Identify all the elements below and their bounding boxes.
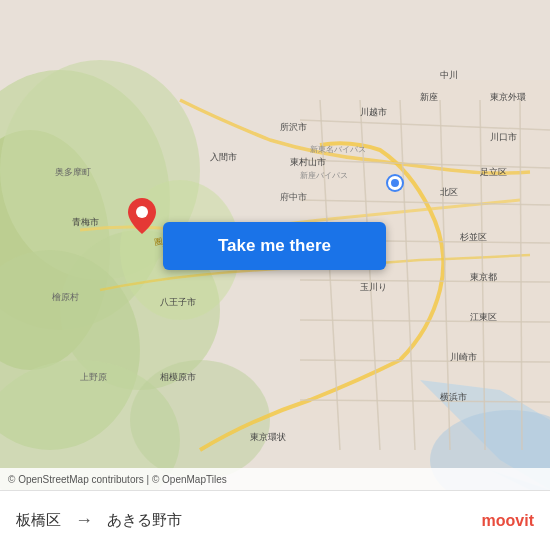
attribution-text: © OpenStreetMap contributors | © OpenMap… — [8, 474, 227, 485]
svg-text:所沢市: 所沢市 — [280, 122, 307, 132]
map-container: 奥多摩町 青梅市 檜原村 上野原 相模原市 入間市 所沢市 東村山市 府中市 調… — [0, 0, 550, 490]
svg-text:新東名バイパス: 新東名バイパス — [310, 145, 366, 154]
svg-text:新座: 新座 — [420, 92, 438, 102]
svg-text:玉川り: 玉川り — [360, 282, 387, 292]
svg-text:奥多摩町: 奥多摩町 — [55, 167, 91, 177]
svg-text:入間市: 入間市 — [210, 152, 237, 162]
moovit-logo: moovit — [482, 512, 534, 530]
from-label: 板橋区 — [16, 511, 61, 530]
svg-point-53 — [136, 206, 148, 218]
route-info: 板橋区 → あきる野市 — [16, 510, 182, 531]
svg-text:東京都: 東京都 — [470, 272, 497, 282]
svg-text:東京外環: 東京外環 — [490, 92, 526, 102]
svg-text:杉並区: 杉並区 — [459, 232, 487, 242]
svg-text:川越市: 川越市 — [360, 107, 387, 117]
destination-pin — [128, 198, 156, 234]
arrow-icon: → — [75, 510, 93, 531]
svg-text:川口市: 川口市 — [490, 132, 517, 142]
svg-text:足立区: 足立区 — [480, 167, 507, 177]
svg-text:川崎市: 川崎市 — [450, 352, 477, 362]
to-label: あきる野市 — [107, 511, 182, 530]
svg-text:中川: 中川 — [440, 70, 458, 80]
take-me-there-button[interactable]: Take me there — [163, 222, 386, 270]
svg-text:江東区: 江東区 — [470, 312, 497, 322]
svg-point-7 — [130, 360, 270, 480]
svg-text:新座バイパス: 新座バイパス — [300, 171, 348, 180]
attribution-bar: © OpenStreetMap contributors | © OpenMap… — [0, 468, 550, 490]
svg-text:東村山市: 東村山市 — [290, 157, 326, 167]
svg-text:横浜市: 横浜市 — [440, 392, 467, 402]
moovit-brand-text: moovit — [482, 512, 534, 530]
svg-text:府中市: 府中市 — [280, 192, 307, 202]
svg-text:東京環状: 東京環状 — [250, 432, 286, 442]
bottom-navigation-bar: 板橋区 → あきる野市 moovit — [0, 490, 550, 550]
svg-text:八王子市: 八王子市 — [160, 297, 196, 307]
origin-dot — [388, 176, 402, 190]
svg-text:北区: 北区 — [440, 187, 458, 197]
svg-text:相模原市: 相模原市 — [160, 372, 196, 382]
svg-text:檜原村: 檜原村 — [52, 292, 79, 302]
take-me-there-label: Take me there — [218, 236, 331, 256]
svg-text:上野原: 上野原 — [80, 372, 107, 382]
svg-text:青梅市: 青梅市 — [72, 217, 99, 227]
